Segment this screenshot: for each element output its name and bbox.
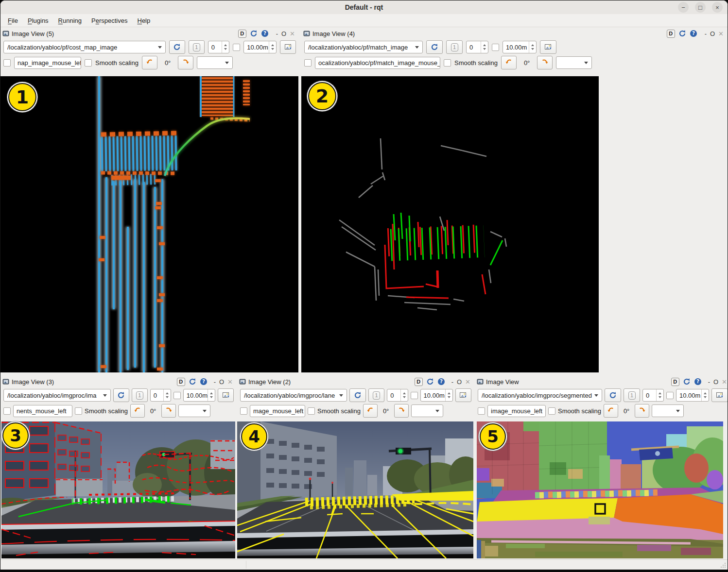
menu-plugins[interactable]: Plugins xyxy=(23,16,53,26)
reload-plugin-icon[interactable] xyxy=(189,378,196,386)
window-titlebar[interactable]: Default - rqt − □ × xyxy=(0,0,728,14)
help-icon[interactable] xyxy=(200,378,208,386)
dock-minimize-button[interactable]: - xyxy=(705,30,707,37)
dock-detach-button[interactable]: D xyxy=(667,30,675,38)
resize-grip-icon[interactable] xyxy=(720,562,726,568)
rotation-mode-dropdown[interactable] xyxy=(197,56,233,69)
menu-help[interactable]: Help xyxy=(133,16,155,26)
mouse-topic-field[interactable]: mage_mouse_left xyxy=(250,405,305,417)
rotation-mode-dropdown[interactable] xyxy=(178,404,210,417)
save-image-button[interactable] xyxy=(280,40,296,54)
refresh-topics-button[interactable] xyxy=(113,388,129,402)
reload-plugin-icon[interactable] xyxy=(683,378,691,386)
refresh-topics-button[interactable] xyxy=(605,388,621,402)
topic-dropdown[interactable]: /localization/yabloc/imgproc/ima xyxy=(3,389,111,402)
help-icon[interactable] xyxy=(694,378,702,386)
help-icon[interactable] xyxy=(437,378,445,386)
dock-titlebar[interactable]: Image View (3) D - O ✕ xyxy=(0,375,237,387)
dock-detach-button[interactable]: D xyxy=(238,30,246,38)
save-image-button[interactable] xyxy=(711,388,728,402)
topic-dropdown[interactable]: /localization/yabloc/pf/cost_map_image xyxy=(3,41,166,53)
max-range-spinbox[interactable]: 10.00m xyxy=(503,41,537,53)
rotate-ccw-button[interactable] xyxy=(130,404,145,418)
spin-arrows[interactable] xyxy=(400,389,408,401)
cost-map-image[interactable]: 1 xyxy=(0,76,299,372)
max-range-spinbox[interactable]: 10.00m xyxy=(420,389,453,402)
capture-once-button[interactable]: 1 xyxy=(368,388,384,402)
reload-plugin-icon[interactable] xyxy=(250,30,258,37)
match-image[interactable]: 2 xyxy=(301,76,599,372)
mouse-topic-field[interactable]: nap_image_mouse_left xyxy=(14,57,81,69)
refresh-topics-button[interactable] xyxy=(426,40,443,54)
window-close-button[interactable]: × xyxy=(712,2,723,13)
dock-close-button[interactable]: ✕ xyxy=(290,30,295,37)
capture-once-button[interactable]: 1 xyxy=(624,388,640,402)
smooth-scaling-checkbox[interactable] xyxy=(548,407,555,415)
spin-arrows[interactable] xyxy=(529,41,536,53)
max-range-spinbox[interactable]: 10.00m xyxy=(243,41,277,53)
spin-arrows[interactable] xyxy=(222,41,229,53)
window-maximize-button[interactable]: □ xyxy=(695,2,706,13)
smooth-scaling-checkbox[interactable] xyxy=(75,407,82,415)
refresh-topics-button[interactable] xyxy=(169,40,185,54)
frame-spinbox[interactable]: 0 xyxy=(387,389,408,402)
rotate-ccw-button[interactable] xyxy=(363,404,378,418)
max-range-spinbox[interactable]: 10.00m xyxy=(183,389,215,402)
smooth-scaling-checkbox[interactable] xyxy=(444,59,451,67)
mouse-topic-field[interactable]: image_mouse_left xyxy=(487,405,546,417)
dock-titlebar[interactable]: Image View (2) D - O ✕ xyxy=(237,375,474,387)
dock-minimize-button[interactable]: - xyxy=(708,378,710,386)
refresh-topics-button[interactable] xyxy=(349,388,365,402)
menu-running[interactable]: Running xyxy=(54,16,86,26)
dock-minimize-button[interactable]: - xyxy=(276,30,278,37)
frame-spinbox[interactable]: 0 xyxy=(150,389,171,402)
spin-arrows[interactable] xyxy=(163,389,171,401)
dock-maximize-button[interactable]: O xyxy=(713,378,718,386)
save-image-button[interactable] xyxy=(455,388,471,402)
reload-plugin-icon[interactable] xyxy=(426,378,434,386)
spin-arrows[interactable] xyxy=(208,389,215,401)
rotate-cw-button[interactable] xyxy=(178,56,193,69)
rotate-ccw-button[interactable] xyxy=(142,56,157,69)
dock-minimize-button[interactable]: - xyxy=(451,378,453,386)
dock-titlebar[interactable]: Image View D - O ✕ xyxy=(475,375,728,387)
spin-arrows[interactable] xyxy=(701,389,709,401)
rotate-cw-button[interactable] xyxy=(161,404,176,418)
menu-file[interactable]: File xyxy=(3,16,22,26)
capture-once-button[interactable]: 1 xyxy=(132,388,148,402)
topic-dropdown[interactable]: /localization/yabloc/pf/match_image xyxy=(304,41,423,53)
menu-perspectives[interactable]: Perspectives xyxy=(87,16,132,26)
dock-detach-button[interactable]: D xyxy=(671,378,679,386)
smooth-scaling-checkbox[interactable] xyxy=(308,407,315,415)
spin-arrows[interactable] xyxy=(656,389,663,401)
dock-detach-button[interactable]: D xyxy=(415,378,423,386)
save-image-button[interactable] xyxy=(218,388,234,402)
dock-titlebar[interactable]: Image View (4) D - O ✕ xyxy=(301,27,728,39)
mouse-topic-field[interactable]: ocalization/yabloc/pf/match_image_mouse_… xyxy=(315,57,440,69)
dock-titlebar[interactable]: Image View (5) D - O ✕ xyxy=(0,27,299,39)
publish-mouse-checkbox[interactable] xyxy=(304,59,312,67)
dynamic-range-checkbox[interactable] xyxy=(173,392,181,399)
dock-maximize-button[interactable]: O xyxy=(219,378,224,386)
dock-close-button[interactable]: ✕ xyxy=(227,378,233,386)
help-icon[interactable] xyxy=(690,30,697,37)
max-range-spinbox[interactable]: 10.00m xyxy=(676,389,709,402)
spin-arrows[interactable] xyxy=(269,41,276,53)
spin-arrows[interactable] xyxy=(445,389,452,401)
publish-mouse-checkbox[interactable] xyxy=(3,407,11,415)
rotation-mode-dropdown[interactable] xyxy=(652,404,684,417)
frame-spinbox[interactable]: 0 xyxy=(642,389,664,402)
smooth-scaling-checkbox[interactable] xyxy=(85,59,92,67)
segmented-image[interactable]: 5 xyxy=(477,421,723,558)
dock-close-button[interactable]: ✕ xyxy=(718,30,724,37)
publish-mouse-checkbox[interactable] xyxy=(240,407,247,415)
capture-once-button[interactable]: 1 xyxy=(189,40,205,54)
dock-maximize-button[interactable]: O xyxy=(281,30,286,37)
dock-close-button[interactable]: ✕ xyxy=(465,378,470,386)
rotate-ccw-button[interactable] xyxy=(501,56,517,69)
dynamic-range-checkbox[interactable] xyxy=(666,392,674,399)
lane-image[interactable]: 4 xyxy=(237,421,473,558)
dock-detach-button[interactable]: D xyxy=(177,378,185,386)
dock-close-button[interactable]: ✕ xyxy=(722,378,727,386)
publish-mouse-checkbox[interactable] xyxy=(478,407,485,415)
